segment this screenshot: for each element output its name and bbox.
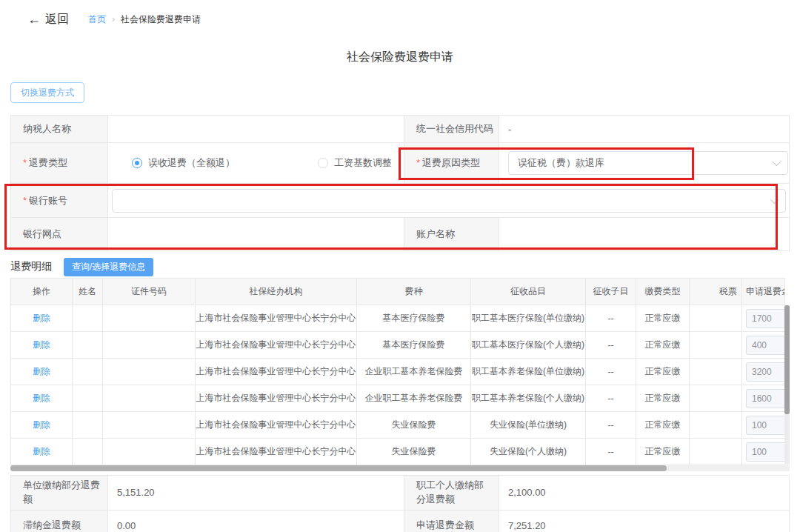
refund-form-table: 纳税人名称 统一社会信用代码 - 退费类型 误收退费（全额退） 工资基数调整 (10, 115, 790, 251)
amount-input[interactable] (746, 362, 785, 382)
credit-code-label: 统一社会信用代码 (404, 116, 499, 143)
cell-operation: 删除 (11, 439, 73, 465)
cell-id-number (103, 305, 196, 332)
refund-detail-label: 退费明细 (10, 260, 52, 273)
cell-sub-item: -- (586, 412, 636, 439)
radio-selected-icon (132, 158, 142, 168)
page: ← 返回 首页 › 社会保险费退费申请 社会保险费退费申请 切换退费方式 纳税人… (0, 0, 800, 532)
radio-full-refund[interactable]: 误收退费（全额退） (132, 156, 235, 170)
vertical-scrollbar-thumb[interactable] (784, 305, 790, 414)
cell-tax-receipt (690, 332, 742, 359)
personal-refund-value: 2,100.00 (499, 476, 790, 511)
refund-type-radio-group: 误收退费（全额退） 工资基数调整 (117, 156, 404, 170)
amount-input[interactable] (746, 309, 785, 328)
delete-link[interactable]: 删除 (33, 339, 50, 350)
account-name-value (499, 218, 790, 251)
breadcrumb: 首页 › 社会保险费退费申请 (88, 13, 201, 26)
credit-code-value: - (499, 116, 790, 143)
cell-name (73, 332, 103, 359)
query-select-refund-info-button[interactable]: 查询/选择退费信息 (64, 258, 153, 276)
row-refund-type: 退费类型 误收退费（全额退） 工资基数调整 退费原因类型 误征税（费）款退库 (11, 143, 790, 184)
bank-branch-label: 银行网点 (11, 218, 108, 251)
refund-summary-table: 单位缴纳部分退费额 5,151.20 职工个人缴纳部分退费额 2,100.00 … (10, 475, 790, 532)
back-button[interactable]: ← 返回 (27, 12, 69, 27)
bank-account-select[interactable] (112, 189, 786, 213)
row-taxpayer: 纳税人名称 统一社会信用代码 - (11, 116, 790, 143)
cell-operation: 删除 (11, 359, 73, 385)
refund-detail-table-wrap: 操作姓名证件号码社保经办机构费种征收品目征收子目缴费类型税票申请退费金额 删除 … (10, 278, 790, 465)
table-row: 删除 上海市社会保险事业管理中心长宁分中心 企业职工基本养老保险费 职工基本养老… (11, 385, 785, 412)
cell-id-number (103, 439, 196, 465)
cell-item: 失业保险(单位缴纳) (471, 412, 586, 439)
total-refund-label: 申请退费金额 (404, 510, 499, 532)
breadcrumb-home[interactable]: 首页 (88, 13, 106, 26)
taxpayer-name-label: 纳税人名称 (11, 116, 108, 143)
horizontal-scrollbar-thumb[interactable] (10, 465, 667, 471)
delete-link[interactable]: 删除 (33, 446, 50, 456)
chevron-down-icon (773, 158, 781, 166)
radio-wage-base-adjust-label: 工资基数调整 (334, 156, 392, 170)
cell-fee-type: 基本医疗保险费 (357, 332, 471, 359)
cell-pay-type: 正常应缴 (636, 439, 690, 465)
cell-operation: 删除 (11, 332, 73, 359)
cell-operation: 删除 (11, 385, 73, 412)
column-header-3: 社保经办机构 (196, 279, 357, 305)
cell-amount (742, 332, 785, 359)
column-header-9: 申请退费金额 (742, 279, 785, 305)
delete-link[interactable]: 删除 (33, 419, 50, 430)
cell-sub-item: -- (586, 305, 636, 332)
table-row: 删除 上海市社会保险事业管理中心长宁分中心 企业职工基本养老保险费 职工基本养老… (11, 359, 785, 385)
cell-operation: 删除 (11, 412, 73, 439)
amount-input[interactable] (746, 416, 785, 435)
cell-id-number (103, 412, 196, 439)
radio-wage-base-adjust[interactable]: 工资基数调整 (318, 156, 392, 170)
top-bar: ← 返回 首页 › 社会保险费退费申请 (0, 0, 800, 27)
row-bank-branch: 银行网点 账户名称 (11, 218, 790, 251)
detail-table-body: 删除 上海市社会保险事业管理中心长宁分中心 基本医疗保险费 职工基本医疗保险(单… (11, 305, 785, 465)
refund-reason-label: 退费原因类型 (404, 143, 499, 184)
refund-type-label: 退费类型 (11, 143, 108, 184)
amount-input[interactable] (746, 442, 785, 462)
refund-detail-table: 操作姓名证件号码社保经办机构费种征收品目征收子目缴费类型税票申请退费金额 删除 … (10, 278, 785, 465)
delete-link[interactable]: 删除 (33, 393, 50, 403)
cell-tax-receipt (690, 439, 742, 465)
account-name-label: 账户名称 (404, 218, 499, 251)
cell-pay-type: 正常应缴 (636, 412, 690, 439)
bank-account-cell (108, 184, 790, 218)
amount-input[interactable] (746, 389, 785, 408)
table-row: 删除 上海市社会保险事业管理中心长宁分中心 失业保险费 失业保险(单位缴纳) -… (11, 412, 785, 439)
refund-type-cell: 误收退费（全额退） 工资基数调整 (108, 143, 404, 184)
cell-sub-item: -- (586, 439, 636, 465)
cell-item: 职工基本医疗保险(个人缴纳) (471, 332, 586, 359)
taxpayer-name-value (108, 116, 404, 143)
cell-pay-type: 正常应缴 (636, 332, 690, 359)
cell-agency: 上海市社会保险事业管理中心长宁分中心 (196, 385, 357, 412)
page-title: 社会保险费退费申请 (0, 50, 800, 66)
table-row: 删除 上海市社会保险事业管理中心长宁分中心 失业保险费 失业保险(个人缴纳) -… (11, 439, 785, 465)
cell-amount (742, 359, 785, 385)
unit-refund-value: 5,151.20 (108, 476, 404, 511)
cell-agency: 上海市社会保险事业管理中心长宁分中心 (196, 412, 357, 439)
switch-refund-mode-button[interactable]: 切换退费方式 (10, 82, 84, 103)
total-refund-value: 7,251.20 (499, 510, 790, 532)
column-header-0: 操作 (11, 279, 73, 305)
cell-tax-receipt (690, 385, 742, 412)
cell-agency: 上海市社会保险事业管理中心长宁分中心 (196, 359, 357, 385)
cell-sub-item: -- (586, 359, 636, 385)
cell-amount (742, 385, 785, 412)
cell-name (73, 305, 103, 332)
refund-detail-bar: 退费明细 查询/选择退费信息 (10, 257, 790, 276)
refund-reason-select[interactable]: 误征税（费）款退库 (508, 151, 788, 175)
cell-name (73, 359, 103, 385)
cell-fee-type: 失业保险费 (357, 412, 471, 439)
amount-input[interactable] (746, 336, 785, 355)
cell-pay-type: 正常应缴 (636, 385, 690, 412)
delete-link[interactable]: 删除 (33, 366, 50, 376)
delete-link[interactable]: 删除 (33, 313, 50, 323)
cell-sub-item: -- (586, 385, 636, 412)
column-header-2: 证件号码 (103, 279, 196, 305)
cell-pay-type: 正常应缴 (636, 359, 690, 385)
column-header-1: 姓名 (73, 279, 103, 305)
cell-name (73, 412, 103, 439)
vertical-scrollbar-track (784, 305, 790, 465)
